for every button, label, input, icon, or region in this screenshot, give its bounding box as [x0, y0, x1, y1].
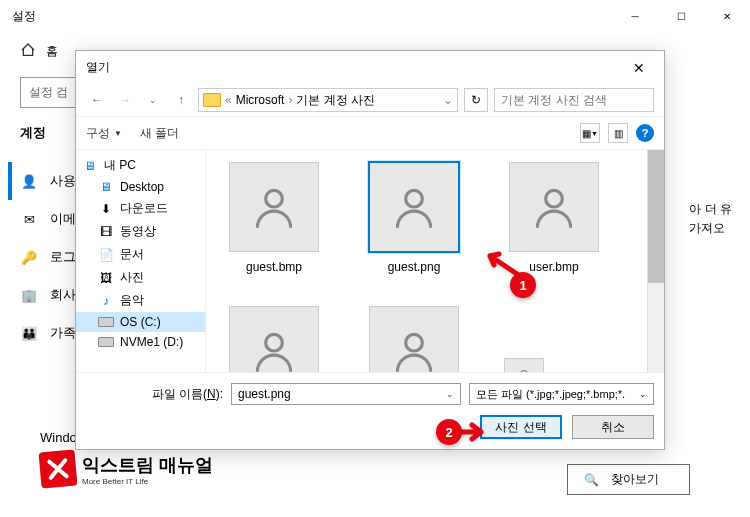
file-tile[interactable] — [224, 304, 324, 372]
logo-sub: More Better IT Life — [82, 477, 213, 486]
tree-label: 사진 — [120, 269, 144, 286]
annotation-badge-1: 1 — [510, 272, 536, 298]
tree-item-documents[interactable]: 📄 문서 — [76, 243, 205, 266]
file-label: guest.bmp — [246, 260, 302, 274]
dialog-navbar: ← → ⌄ ↑ « Microsoft › 기본 계정 사진 ⌄ ↻ — [76, 84, 664, 117]
filename-value: guest.png — [238, 387, 291, 401]
building-icon: 🏢 — [20, 288, 38, 303]
avatar-thumb — [229, 306, 319, 372]
download-icon: ⬇ — [98, 202, 114, 216]
browse-icon: 🔍 — [584, 473, 599, 487]
path-part[interactable]: Microsoft — [236, 93, 285, 107]
file-tile-selected[interactable]: guest.png — [364, 160, 464, 274]
folder-tree[interactable]: 🖥 내 PC 🖥 Desktop ⬇ 다운로드 🎞 동영상 📄 문서 🖼 — [76, 150, 206, 372]
file-tile[interactable] — [364, 304, 464, 372]
new-folder-button[interactable]: 새 폴더 — [140, 125, 179, 142]
maximize-button[interactable]: ☐ — [658, 0, 704, 32]
refresh-button[interactable]: ↻ — [464, 88, 488, 112]
sidebar-label: 사용 — [50, 172, 76, 190]
cancel-button[interactable]: 취소 — [572, 415, 654, 439]
settings-title: 설정 — [12, 8, 36, 25]
dialog-title: 열기 — [86, 59, 110, 76]
logo-main: 익스트림 매뉴얼 — [82, 453, 213, 477]
back-button[interactable]: ← — [86, 88, 108, 112]
logo-text: 익스트림 매뉴얼 More Better IT Life — [82, 453, 213, 486]
tree-label: 문서 — [120, 246, 144, 263]
svg-point-2 — [546, 190, 563, 207]
avatar-thumb — [509, 162, 599, 252]
filename-label: 파일 이름(N): — [152, 386, 223, 403]
tree-item-drive-c[interactable]: OS (C:) — [76, 312, 205, 332]
tree-item-pictures[interactable]: 🖼 사진 — [76, 266, 205, 289]
filetype-select[interactable]: 모든 파일 (*.jpg;*.jpeg;*.bmp;*. ⌄ — [469, 383, 654, 405]
file-tile-small[interactable] — [504, 358, 544, 372]
drive-icon — [98, 315, 114, 329]
avatar-thumb — [369, 306, 459, 372]
organize-menu[interactable]: 구성 ▼ — [86, 125, 122, 142]
sidebar-label: 가족 — [50, 324, 76, 342]
scrollbar-thumb[interactable] — [648, 150, 664, 283]
browse-label: 찾아보기 — [611, 471, 659, 488]
tree-label: NVMe1 (D:) — [120, 335, 183, 349]
close-button[interactable]: ✕ — [704, 0, 750, 32]
preview-button[interactable]: ▥ — [608, 123, 628, 143]
tree-label: OS (C:) — [120, 315, 161, 329]
mail-icon: ✉ — [20, 212, 38, 227]
forward-button[interactable]: → — [114, 88, 136, 112]
chevron-down-icon[interactable]: ⌄ — [639, 389, 647, 399]
folder-icon — [203, 93, 221, 107]
dialog-body: 🖥 내 PC 🖥 Desktop ⬇ 다운로드 🎞 동영상 📄 문서 🖼 — [76, 150, 664, 372]
filename-input[interactable]: guest.png ⌄ — [231, 383, 461, 405]
tree-label: 음악 — [120, 292, 144, 309]
tree-item-downloads[interactable]: ⬇ 다운로드 — [76, 197, 205, 220]
sidebar-label: 이메 — [50, 210, 76, 228]
desktop-icon: 🖥 — [98, 180, 114, 194]
file-label: guest.png — [388, 260, 441, 274]
sidebar-label: 회사 — [50, 286, 76, 304]
minimize-button[interactable]: ─ — [612, 0, 658, 32]
tree-item-desktop[interactable]: 🖥 Desktop — [76, 177, 205, 197]
chevron-down-icon[interactable]: ⌄ — [446, 389, 454, 399]
logo-badge — [38, 449, 77, 488]
dialog-titlebar: 열기 ✕ — [76, 51, 664, 84]
file-tile[interactable]: guest.bmp — [224, 160, 324, 274]
chevron-down-icon: ▼ — [114, 129, 122, 138]
avatar-thumb-small — [504, 358, 544, 372]
dialog-search-input[interactable] — [494, 88, 654, 112]
file-label: user.bmp — [529, 260, 578, 274]
dialog-toolbar: 구성 ▼ 새 폴더 ▦ ▼ ▥ ? — [76, 117, 664, 150]
tree-label: 내 PC — [104, 157, 136, 174]
view-button[interactable]: ▦ ▼ — [580, 123, 600, 143]
key-icon: 🔑 — [20, 250, 38, 265]
search-placeholder: 설정 검 — [29, 85, 68, 99]
scrollbar[interactable] — [647, 150, 664, 372]
video-icon: 🎞 — [98, 225, 114, 239]
pc-icon: 🖥 — [82, 159, 98, 173]
help-icon[interactable]: ? — [636, 124, 654, 142]
recent-chevron-icon[interactable]: ⌄ — [142, 88, 164, 112]
tree-label: 동영상 — [120, 223, 156, 240]
open-button[interactable]: 사진 선택 — [480, 415, 562, 439]
avatar-thumb — [229, 162, 319, 252]
tree-item-music[interactable]: ♪ 음악 — [76, 289, 205, 312]
tree-label: Desktop — [120, 180, 164, 194]
svg-point-3 — [266, 334, 283, 351]
tree-item-pc[interactable]: 🖥 내 PC — [76, 154, 205, 177]
chevron-down-icon[interactable]: ⌄ — [443, 93, 453, 107]
browse-box[interactable]: 🔍 찾아보기 — [567, 464, 690, 495]
path-part[interactable]: 기본 계정 사진 — [296, 92, 375, 109]
music-icon: ♪ — [98, 294, 114, 308]
sidebar-label: 로그 — [50, 248, 76, 266]
dialog-close-button[interactable]: ✕ — [624, 60, 654, 76]
tree-item-drive-d[interactable]: NVMe1 (D:) — [76, 332, 205, 352]
svg-point-5 — [520, 371, 527, 372]
breadcrumb-path[interactable]: « Microsoft › 기본 계정 사진 ⌄ — [198, 88, 458, 112]
up-button[interactable]: ↑ — [170, 88, 192, 112]
peek-text-right: 아 더 유 가져오 — [689, 200, 732, 238]
tree-item-videos[interactable]: 🎞 동영상 — [76, 220, 205, 243]
svg-point-0 — [266, 190, 283, 207]
svg-point-4 — [406, 334, 423, 351]
avatar-thumb — [369, 162, 459, 252]
file-list[interactable]: guest.bmp guest.png user.bmp — [206, 150, 664, 372]
window-controls: ─ ☐ ✕ — [612, 0, 750, 32]
